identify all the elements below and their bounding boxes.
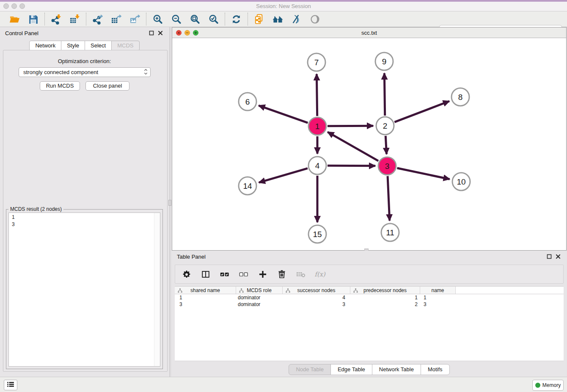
node-label: 14 [243,182,252,190]
tab-select[interactable]: Select [85,41,112,51]
clone-network-icon[interactable] [253,14,265,25]
delete-icon[interactable] [276,268,288,280]
control-panel-title: Control Panel [5,30,39,36]
memory-button-label: Memory [542,382,561,388]
node-11[interactable]: 11 [381,224,399,241]
node-label: 1 [315,122,320,131]
eye-icon[interactable] [309,14,321,25]
edge-1-6[interactable] [259,105,308,123]
node-6[interactable]: 6 [239,93,256,110]
edge-1-2[interactable] [328,126,373,126]
mcds-result-scrollbar[interactable] [154,213,160,366]
table-cell[interactable]: 4 [283,294,350,301]
node-4[interactable]: 4 [308,157,326,174]
gear-icon[interactable] [181,268,193,280]
column-header-successor-nodes[interactable]: successor nodes [283,287,350,294]
tab-edge-table[interactable]: Edge Table [330,364,372,375]
hide-graphics-icon[interactable] [291,14,302,25]
edge-3-10[interactable] [397,168,449,179]
home-icon[interactable] [272,14,284,25]
edge-3-11[interactable] [388,176,390,221]
zoom-selected-icon[interactable] [208,14,219,25]
table-cell[interactable]: 1 [350,294,420,301]
table-panel-header: Table Panel [172,251,567,263]
node-7[interactable]: 7 [308,53,325,71]
tab-network[interactable]: Network [29,41,61,51]
table-cell[interactable]: dominator [236,301,283,308]
zoom-out-icon[interactable] [171,14,182,25]
mcds-result-text[interactable]: 13 [8,213,160,367]
node-label: 6 [245,97,250,106]
table-row[interactable]: 1dominator411 [175,294,564,301]
node-3[interactable]: 3 [378,157,396,175]
run-mcds-button[interactable]: Run MCDS [40,81,80,91]
deselect-all-icon[interactable] [238,268,250,280]
save-icon[interactable] [28,14,39,25]
import-table-icon[interactable] [69,14,80,25]
criterion-select[interactable]: strongly connected component [19,67,151,77]
table-cell[interactable]: 1 [420,294,456,301]
table-cell[interactable]: 3 [420,301,456,308]
task-history-button[interactable] [4,380,17,390]
select-all-icon[interactable] [219,268,231,280]
import-network-icon[interactable] [50,14,62,25]
refresh-icon[interactable] [231,14,242,25]
column-header-name[interactable]: name [420,287,456,294]
network-window-titlebar: scc.txt [172,28,566,38]
table-row[interactable]: 3dominator323 [175,301,564,308]
network-canvas[interactable]: 1234678910111415 [172,38,566,250]
zoom-fit-icon[interactable] [189,14,201,25]
edge-3-1[interactable] [328,132,378,161]
column-header-mcds-role[interactable]: MCDS role [236,287,283,294]
node-15[interactable]: 15 [308,225,326,243]
table-column-headers: shared nameMCDS rolesuccessor nodesprede… [175,286,564,294]
split-panel-icon[interactable] [200,268,212,280]
export-image-icon[interactable] [129,14,140,25]
tab-mcds[interactable]: MCDS [111,41,139,51]
node-label: 15 [313,230,322,239]
node-10[interactable]: 10 [452,173,470,190]
main-toolbar-groups [3,11,326,27]
export-network-icon[interactable] [92,14,103,25]
node-14[interactable]: 14 [239,177,256,195]
table-cell[interactable]: 2 [350,301,420,308]
edge-2-9[interactable] [384,73,385,116]
close-table-panel-icon[interactable] [556,254,561,259]
node-9[interactable]: 9 [375,52,393,70]
edge-4-14[interactable] [259,168,308,182]
edge-2-8[interactable] [394,101,449,122]
tab-style[interactable]: Style [61,41,85,51]
tab-network-table[interactable]: Network Table [372,364,421,375]
node-1[interactable]: 1 [308,117,326,135]
column-header-label: successor nodes [297,287,335,293]
mcds-result-lines: 13 [12,214,160,228]
table-cell[interactable]: 1 [175,294,236,301]
column-header-predecessor-nodes[interactable]: predecessor nodes [350,287,420,294]
mcds-result-legend: MCDS result (2 nodes) [8,206,63,212]
close-panel-button[interactable]: Close panel [85,81,129,91]
column-sort-icon [353,288,358,293]
tab-motifs[interactable]: Motifs [421,364,450,375]
zoom-in-icon[interactable] [152,14,163,25]
table-cell[interactable]: 3 [283,301,350,308]
node-8[interactable]: 8 [451,88,469,106]
vertical-splitter-handle[interactable] [168,200,171,206]
open-folder-icon[interactable] [9,14,20,25]
close-panel-icon[interactable] [158,30,163,36]
float-table-panel-icon[interactable] [547,254,552,259]
edge-2-3[interactable] [385,136,386,154]
float-panel-icon[interactable] [149,30,154,36]
table-cell[interactable]: 3 [175,301,236,308]
column-header-shared-name[interactable]: shared name [175,287,236,294]
table-cell[interactable]: dominator [236,294,283,301]
memory-button[interactable]: Memory [532,380,564,391]
edge-1-7[interactable] [317,74,317,116]
edge-4-3[interactable] [328,166,375,166]
export-table-icon[interactable] [110,14,122,25]
node-2[interactable]: 2 [376,117,394,135]
add-icon[interactable] [257,268,269,280]
node-label: 10 [457,177,465,186]
tab-node-table[interactable]: Node Table [289,364,331,375]
network-view-window: scc.txt 1234678910111415 [172,27,567,251]
column-header-label: shared name [190,287,220,293]
